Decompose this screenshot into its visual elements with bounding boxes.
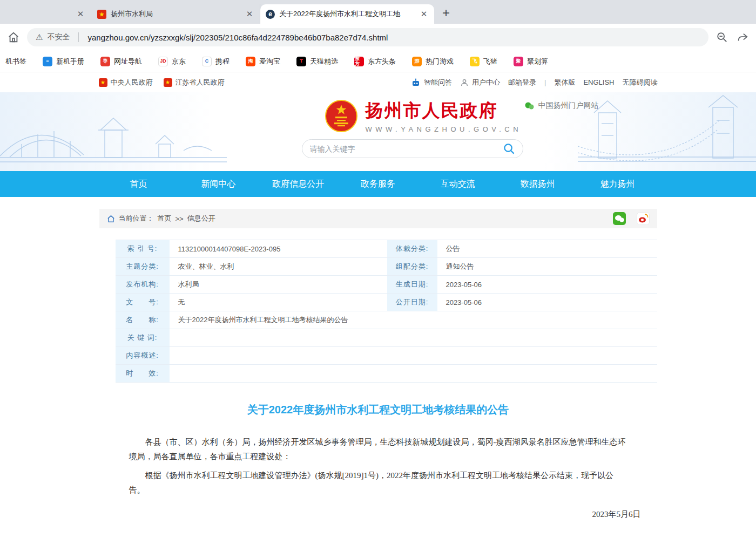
bookmark-item[interactable]: C 携程: [202, 57, 230, 66]
home-icon[interactable]: [6, 30, 21, 44]
search-icon[interactable]: [503, 142, 515, 155]
url-text[interactable]: yangzhou.gov.cn/yzszxxgk/slj/202305/210c…: [87, 33, 388, 42]
wechat-share-icon[interactable]: [613, 212, 626, 225]
national-emblem-icon: [325, 99, 358, 133]
new-tab-button[interactable]: +: [437, 4, 455, 22]
link-traditional-chinese[interactable]: 繁体版: [554, 78, 575, 87]
gov-emblem-icon: ★: [164, 78, 172, 87]
article-date: 2023年5月6日: [99, 509, 657, 520]
bookmark-favicon: 聚: [514, 57, 523, 66]
tab-title: 扬州市水利局: [111, 9, 240, 19]
meta-row: 文 号:无公开日期:2023-05-06: [116, 294, 657, 311]
address-toolbar: ⚠ 不安全 yangzhou.gov.cn/yzszxxgk/slj/20230…: [0, 24, 756, 51]
link-label: 用户中心: [472, 78, 500, 87]
nav-item[interactable]: 政务服务: [338, 171, 418, 197]
site-favicon: e: [266, 10, 275, 19]
meta-value: 无: [171, 294, 386, 311]
meta-row: 索 引 号:11321000014407098E-2023-095体裁分类:公告: [116, 240, 657, 258]
bookmark-item[interactable]: 导 网址导航: [100, 57, 142, 66]
breadcrumb: 当前位置： 首页 >> 信息公开: [99, 209, 657, 228]
breadcrumb-current[interactable]: 信息公开: [187, 214, 215, 223]
bookmark-favicon: 导: [100, 57, 110, 66]
nav-item[interactable]: 新闻中心: [178, 171, 258, 197]
meta-label: 体裁分类:: [386, 240, 438, 257]
not-secure-icon[interactable]: ⚠: [36, 32, 43, 42]
home-icon[interactable]: [107, 215, 115, 223]
breadcrumb-separator: >>: [176, 215, 184, 223]
nav-item[interactable]: 互动交流: [418, 171, 498, 197]
share-icon[interactable]: [735, 30, 750, 44]
bookmark-item[interactable]: JD 京东: [158, 57, 186, 66]
close-icon[interactable]: ✕: [76, 9, 85, 19]
tab-hidden[interactable]: ✕: [0, 4, 92, 24]
link-jiangsu-government[interactable]: ★ 江苏省人民政府: [164, 78, 225, 87]
meta-row: 关 键 词:: [116, 329, 657, 347]
close-icon[interactable]: ✕: [245, 9, 254, 19]
zoom-out-icon[interactable]: [715, 30, 729, 44]
site-url: WWW.YANGZHOU.GOV.CN: [366, 125, 522, 133]
link-user-center[interactable]: 用户中心: [460, 78, 500, 87]
link-central-government[interactable]: ★ 中央人民政府: [99, 78, 153, 87]
nav-item[interactable]: 政府信息公开: [258, 171, 338, 197]
bookmark-label: 天猫精选: [310, 57, 338, 66]
bookmark-favicon: 淘: [246, 57, 255, 66]
nav-item[interactable]: 数据扬州: [498, 171, 578, 197]
link-smart-qa[interactable]: 智能问答: [411, 78, 452, 87]
nav-item[interactable]: 首页: [99, 171, 179, 197]
webpage: ★ 中央人民政府 ★ 江苏省人民政府 智能问答: [0, 72, 756, 538]
bookmark-item[interactable]: 聚 聚划算: [514, 57, 548, 66]
bookmark-item[interactable]: ≡ 新机手册: [43, 57, 84, 66]
meta-label: 发布机构:: [116, 276, 171, 293]
tab-title: 关于2022年度扬州市水利工程文明工地: [279, 9, 415, 19]
meta-row: 发布机构:水利局生成日期:2023-05-06: [116, 276, 657, 294]
bookmark-label: 网址导航: [114, 57, 142, 66]
bookmark-item[interactable]: 东方 东方头条: [354, 57, 396, 66]
bookmark-label: 携程: [215, 57, 230, 66]
browser-chrome: ✕ ★ 扬州市水利局 ✕ e 关于2022年度扬州市水利工程文明工地 ✕ + ⚠…: [0, 0, 756, 72]
link-label: 中央人民政府: [111, 78, 153, 87]
bookmark-item[interactable]: T 天猫精选: [296, 57, 338, 66]
meta-row: 时 效:: [116, 365, 657, 383]
link-mail-login[interactable]: 邮箱登录: [508, 78, 536, 87]
article-paragraph: 各县（市、区）水利（务）局，扬州经济开发区城乡事务管理局，生态科技新城规划建设局…: [99, 435, 657, 464]
gov-emblem-icon: ★: [99, 78, 107, 87]
tab-yangzhou-water-bureau[interactable]: ★ 扬州市水利局 ✕: [92, 4, 260, 24]
meta-label: 组配分类:: [386, 258, 438, 275]
close-icon[interactable]: ✕: [419, 9, 429, 19]
address-bar[interactable]: ⚠ 不安全 yangzhou.gov.cn/yzszxxgk/slj/20230…: [27, 28, 708, 46]
meta-value: 公告: [438, 240, 657, 257]
security-label[interactable]: 不安全: [47, 32, 70, 42]
nav-item[interactable]: 魅力扬州: [578, 171, 658, 197]
portal-link[interactable]: 中国扬州门户网站: [524, 101, 599, 111]
site-logo[interactable]: 扬州市人民政府 WWW.YANGZHOU.GOV.CN: [325, 99, 522, 133]
bookmark-item[interactable]: 飞 飞猪: [470, 57, 497, 66]
link-label: 邮箱登录: [508, 78, 536, 87]
search-input[interactable]: [310, 145, 503, 153]
article-title: 关于2022年度扬州市水利工程文明工地考核结果的公告: [99, 403, 657, 417]
weibo-share-icon[interactable]: [637, 212, 650, 225]
tab-bar: ✕ ★ 扬州市水利局 ✕ e 关于2022年度扬州市水利工程文明工地 ✕ +: [0, 0, 756, 24]
tab-announcement-active[interactable]: e 关于2022年度扬州市水利工程文明工地 ✕: [260, 4, 434, 24]
bookmark-favicon: ≡: [43, 57, 52, 66]
bookmark-favicon: 东方: [354, 57, 364, 66]
bookmark-item[interactable]: 游 热门游戏: [412, 57, 454, 66]
bookmark-item[interactable]: 机书签: [5, 57, 26, 66]
gov-emblem-favicon: ★: [97, 10, 106, 19]
link-english[interactable]: ENGLISH: [583, 78, 614, 86]
link-label: 江苏省人民政府: [176, 78, 225, 87]
bookmark-favicon: 飞: [470, 57, 480, 66]
portal-label: 中国扬州门户网站: [538, 101, 599, 111]
bookmark-label: 京东: [172, 57, 186, 66]
meta-row: 主题分类:农业、林业、水利组配分类:通知公告: [116, 258, 657, 276]
link-label: 智能问答: [424, 78, 452, 87]
meta-value: 11321000014407098E-2023-095: [171, 240, 386, 257]
bookmark-item[interactable]: 淘 爱淘宝: [246, 57, 280, 66]
link-label: 繁体版: [554, 78, 575, 87]
site-name: 扬州市人民政府: [366, 99, 522, 123]
wechat-mini-icon: [524, 101, 534, 111]
bookmark-label: 机书签: [5, 57, 26, 66]
main-nav: 首页 新闻中心 政府信息公开 政务服务 互动交流 数据扬州 魅力扬州: [0, 171, 756, 197]
link-accessibility[interactable]: 无障碍阅读: [623, 78, 658, 87]
breadcrumb-home-link[interactable]: 首页: [158, 214, 172, 223]
link-label: 无障碍阅读: [623, 78, 658, 87]
